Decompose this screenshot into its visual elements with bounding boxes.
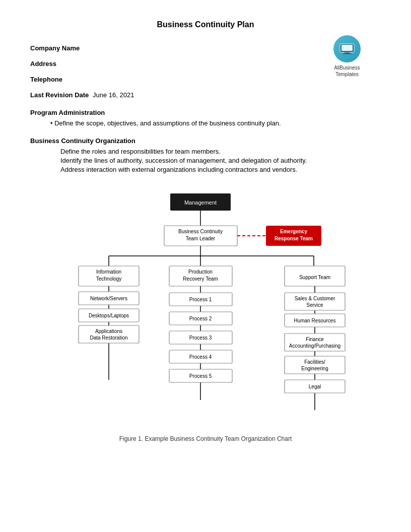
program-admin-item-1: • Define the scope, objectives, and assu… [50,119,381,127]
bco-item-3: Address interaction with external organi… [60,166,381,173]
svg-text:Sales & Customer: Sales & Customer [295,296,335,301]
svg-text:Management: Management [184,200,217,206]
svg-text:Human Resources: Human Resources [294,318,336,323]
svg-text:Process 2: Process 2 [189,316,212,321]
svg-text:Desktops/Laptops: Desktops/Laptops [89,313,129,318]
svg-text:Response Team: Response Team [275,236,313,241]
svg-text:Service: Service [306,302,323,308]
address-label: Address [30,60,56,68]
svg-text:Process 5: Process 5 [189,373,212,379]
svg-rect-2 [345,52,350,53]
org-chart-container: Management Business Continuity Team Lead… [30,188,381,442]
program-admin-title: Program Administration [30,109,381,116]
logo-icon [333,35,361,62]
svg-text:Network/Servers: Network/Servers [90,296,127,301]
svg-text:Facilities/: Facilities/ [304,359,325,365]
address-row: Address [30,60,381,68]
org-chart-svg: Management Business Continuity Team Lead… [34,188,377,430]
bco-item-1: Define the roles and responsibilities fo… [60,148,381,155]
svg-text:Process 1: Process 1 [189,297,212,302]
svg-text:Process 3: Process 3 [189,335,212,341]
svg-text:Technology: Technology [96,276,122,282]
svg-text:Team Leader: Team Leader [186,236,216,241]
company-name-row: Company Name [30,44,381,52]
revision-date-label: Last Revision Date [30,91,89,99]
program-admin-section: Program Administration • Define the scop… [30,109,381,127]
svg-text:Applications: Applications [95,328,122,334]
svg-text:Finance: Finance [306,337,324,342]
revision-date-value: June 16, 2021 [93,91,134,99]
chart-caption: Figure 1. Example Business Continuity Te… [30,435,381,442]
svg-text:Data Restoration: Data Restoration [90,335,127,341]
svg-text:Process 4: Process 4 [189,354,212,360]
telephone-label: Telephone [30,76,62,83]
revision-date-row: Last Revision Date June 16, 2021 [30,91,381,99]
logo-text: AllBusinessTemplates [333,64,361,78]
svg-text:Support Team: Support Team [299,275,330,280]
bco-section: Business Continuity Organization Define … [30,137,381,173]
svg-text:Accounting/Purchasing: Accounting/Purchasing [289,343,340,349]
bco-item-2: Identify the lines of authority, success… [60,157,381,164]
bco-title: Business Continuity Organization [30,137,381,145]
svg-text:Engineering: Engineering [301,366,328,371]
logo-area: AllBusinessTemplates [333,35,361,78]
svg-rect-1 [341,45,353,51]
svg-rect-3 [342,53,352,54]
svg-text:Information: Information [96,269,121,275]
svg-text:Recovery Team: Recovery Team [183,276,218,282]
page-title: Business Continuity Plan [30,20,381,29]
svg-text:Production: Production [188,269,213,275]
company-name-label: Company Name [30,44,80,52]
telephone-row: Telephone [30,76,381,83]
svg-text:Emergency: Emergency [280,229,307,234]
svg-text:Business Continuity: Business Continuity [178,229,223,234]
svg-text:Legal: Legal [309,384,321,389]
